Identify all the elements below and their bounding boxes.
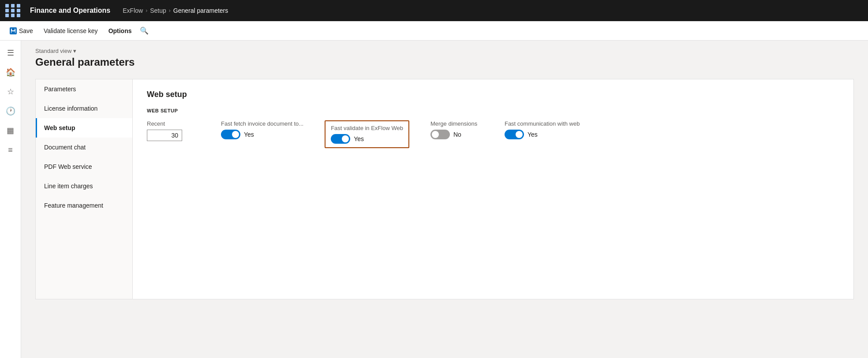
field-fast-communication-label: Fast communication with web [505,120,580,127]
recent-input[interactable] [147,130,182,141]
nav-item-document-chat[interactable]: Document chat [36,138,132,157]
nav-item-web-setup[interactable]: Web setup [36,118,132,138]
home-button[interactable]: 🏠 [2,63,19,81]
save-label: Save [19,27,33,34]
fast-validate-toggle-row: Yes [331,134,403,144]
clock-icon: 🕐 [6,106,15,116]
fast-fetch-toggle-thumb [232,131,239,138]
table-icon: ▦ [7,126,14,135]
svg-rect-1 [12,29,15,30]
fields-row: Recent Fast fetch invoice document to...… [147,120,839,148]
field-fast-fetch: Fast fetch invoice document to... Yes [221,120,303,139]
standard-view-label: Standard view [35,48,71,54]
content-area: Standard view ▾ General parameters Param… [21,41,868,358]
fast-communication-toggle-thumb [516,131,523,138]
nav-sidebar: Parameters License information Web setup… [36,79,133,299]
merge-dimensions-value-label: No [453,131,461,138]
subsection-label: WEB SETUP [147,108,839,113]
inner-layout: Parameters License information Web setup… [35,79,854,299]
fast-fetch-toggle-row: Yes [221,130,303,139]
workspace-button[interactable]: ▦ [2,122,19,139]
nav-item-parameters[interactable]: Parameters [36,79,132,99]
field-fast-communication: Fast communication with web Yes [505,120,580,139]
detail-panel: Web setup WEB SETUP Recent Fast fetch in… [133,79,853,299]
breadcrumb: ExFlow › Setup › General parameters [123,7,228,14]
breadcrumb-sep-1: › [146,7,147,14]
fast-validate-toggle[interactable] [331,134,350,144]
search-button[interactable]: 🔍 [138,25,150,37]
page-header: Standard view ▾ General parameters [21,41,868,79]
options-label: Options [108,27,132,34]
top-bar: Finance and Operations ExFlow › Setup › … [0,0,868,21]
field-merge-dimensions: Merge dimensions No [430,120,483,139]
save-button[interactable]: Save [5,25,37,37]
merge-dimensions-toggle[interactable] [430,130,450,139]
nav-item-feature-management-label: Feature management [44,202,103,209]
fast-validate-value-label: Yes [354,135,364,142]
fast-fetch-toggle[interactable] [221,130,240,139]
hamburger-button[interactable]: ☰ [2,44,19,62]
nav-item-license-label: License information [44,105,97,112]
fast-fetch-value-label: Yes [244,131,254,138]
breadcrumb-sep-2: › [169,7,171,14]
nav-item-line-item-charges[interactable]: Line item charges [36,176,132,196]
toolbar: Save Validate license key Options 🔍 [0,21,868,41]
section-title: Web setup [147,90,839,99]
app-title: Finance and Operations [30,7,110,15]
page-title: General parameters [35,56,854,68]
standard-view-dropdown[interactable]: Standard view ▾ [35,48,854,54]
field-fast-validate-label: Fast validate in ExFlow Web [331,125,403,131]
app-grid-icon[interactable] [5,4,21,17]
nav-item-pdf-web-service[interactable]: PDF Web service [36,157,132,176]
options-button[interactable]: Options [104,25,136,37]
main-layout: ☰ 🏠 ☆ 🕐 ▦ ≡ Standard view ▾ General para… [0,41,868,358]
nav-item-line-item-charges-label: Line item charges [44,183,93,190]
nav-item-license-information[interactable]: License information [36,99,132,118]
fast-validate-toggle-thumb [342,135,349,142]
nav-item-feature-management[interactable]: Feature management [36,196,132,215]
nav-item-parameters-label: Parameters [44,86,76,93]
save-icon [10,27,17,34]
field-fast-fetch-label: Fast fetch invoice document to... [221,120,303,127]
field-fast-validate: Fast validate in ExFlow Web Yes [325,120,409,148]
nav-item-pdf-web-service-label: PDF Web service [44,163,92,170]
favorites-button[interactable]: ☆ [2,83,19,101]
field-merge-dimensions-label: Merge dimensions [430,120,483,127]
fast-communication-toggle-row: Yes [505,130,580,139]
hamburger-icon: ☰ [7,48,14,58]
merge-dimensions-toggle-thumb [432,131,439,138]
star-icon: ☆ [7,87,14,97]
modules-button[interactable]: ≡ [2,141,19,159]
fast-communication-toggle[interactable] [505,130,524,139]
field-recent: Recent [147,120,200,141]
home-icon: 🏠 [6,67,15,77]
breadcrumb-exflow[interactable]: ExFlow [123,7,143,14]
validate-license-button[interactable]: Validate license key [39,25,102,37]
merge-dimensions-toggle-row: No [430,130,483,139]
nav-item-web-setup-label: Web setup [44,124,75,131]
svg-rect-2 [11,31,15,33]
nav-item-document-chat-label: Document chat [44,144,86,151]
validate-label: Validate license key [44,27,98,34]
search-icon: 🔍 [140,26,149,35]
fast-communication-value-label: Yes [528,131,538,138]
breadcrumb-general-parameters[interactable]: General parameters [173,7,228,14]
recent-button[interactable]: 🕐 [2,102,19,120]
menu-icon: ≡ [8,145,13,155]
chevron-down-icon: ▾ [73,48,76,54]
breadcrumb-setup[interactable]: Setup [150,7,166,14]
icon-sidebar: ☰ 🏠 ☆ 🕐 ▦ ≡ [0,41,21,358]
field-recent-label: Recent [147,120,200,127]
